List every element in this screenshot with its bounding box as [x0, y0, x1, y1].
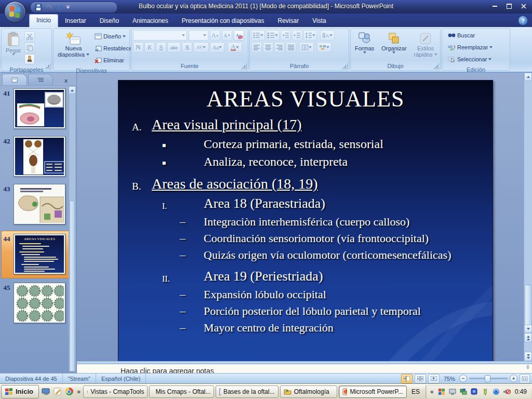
tray-network-update-icon[interactable] [492, 388, 500, 396]
align-center-button[interactable] [263, 42, 273, 52]
scroll-down-icon[interactable] [524, 325, 532, 333]
increase-indent-button[interactable] [292, 30, 302, 41]
underline-button[interactable]: S [156, 42, 166, 52]
slide-thumbnail-42[interactable]: 42 [0, 136, 70, 177]
font-name-combo[interactable] [133, 30, 187, 41]
tray-chevron-icon[interactable]: « [429, 388, 435, 395]
zoom-in-button[interactable]: + [510, 375, 517, 382]
scroll-down-icon[interactable] [526, 367, 529, 369]
format-painter-button[interactable] [24, 54, 35, 64]
find-button[interactable]: Buscar [446, 30, 508, 41]
tab-animaciones[interactable]: Animaciones [126, 15, 175, 27]
scroll-up-icon[interactable] [526, 365, 529, 367]
strikethrough-button[interactable]: abe [167, 42, 181, 52]
scrollbar-thumb[interactable] [70, 201, 75, 371]
replace-button[interactable]: abac Reemplazar [446, 42, 508, 52]
save-icon[interactable] [35, 4, 42, 11]
clear-formatting-button[interactable]: Aa [234, 30, 244, 41]
slide-canvas[interactable]: AREAS VISUALES A. Area visual principal … [118, 80, 493, 362]
minimize-button[interactable] [489, 3, 500, 10]
dibujo-dialog-launcher[interactable] [433, 63, 439, 69]
tab-presentacion[interactable]: Presentación con diapositivas [175, 15, 271, 27]
new-slide-button[interactable]: Nueva diapositiva [55, 30, 92, 65]
taskbar-item-oftalmologia[interactable]: Oftalmología [280, 385, 338, 398]
help-icon[interactable]: ? [518, 16, 528, 25]
slide-thumbnail-45[interactable]: 45 [0, 283, 70, 323]
tray-app-colorful-icon[interactable] [437, 388, 446, 396]
zoom-slider-thumb[interactable] [485, 375, 490, 382]
select-button[interactable]: Seleccionar [446, 54, 508, 64]
tray-display-icon[interactable] [448, 388, 457, 396]
chrome-icon[interactable] [64, 387, 74, 397]
clock[interactable]: 0:49 [514, 388, 527, 395]
zoom-slider[interactable] [469, 378, 508, 379]
character-spacing-button[interactable]: AV [193, 42, 209, 52]
zoom-level[interactable]: 75% [442, 376, 457, 382]
slide-sorter-view-button[interactable] [415, 374, 426, 383]
tab-revisar[interactable]: Revisar [271, 15, 306, 27]
paste-button[interactable]: Pegar [3, 30, 23, 64]
previous-slide-button[interactable] [524, 333, 532, 342]
delete-slide-button[interactable]: Eliminar [93, 55, 136, 65]
scroll-up-icon[interactable] [69, 87, 75, 94]
decrease-indent-button[interactable] [281, 30, 291, 41]
convert-smartart-button[interactable] [317, 42, 331, 52]
text-shadow-button[interactable]: S [182, 42, 192, 52]
undo-icon[interactable] [45, 4, 52, 10]
portapapeles-dialog-launcher[interactable] [45, 63, 50, 69]
justify-button[interactable] [286, 42, 296, 52]
columns-button[interactable] [299, 42, 314, 52]
slide-thumbnail-43[interactable]: 43 [0, 184, 70, 224]
next-slide-button[interactable] [524, 352, 532, 361]
slideshow-view-button[interactable] [428, 374, 440, 383]
taskbar-item-mis-cmaps[interactable]: Mis Cmaps - Oftal... [149, 385, 214, 398]
taskbar-item-powerpoint[interactable]: Microsoft PowerP... [339, 385, 407, 398]
zoom-out-button[interactable]: − [459, 375, 467, 382]
close-button[interactable] [518, 3, 529, 10]
notes-scrollbar[interactable] [524, 365, 531, 373]
shapes-button[interactable]: Formas [352, 30, 377, 61]
bullets-button[interactable] [251, 30, 265, 41]
slide-thumbnail-41[interactable]: 41 [0, 88, 70, 129]
quick-styles-button[interactable]: Estilos rápidos [411, 30, 440, 61]
quick-launch-overflow-icon[interactable]: » [76, 388, 82, 395]
bold-button[interactable]: N [133, 42, 143, 52]
line-spacing-button[interactable] [303, 30, 317, 41]
font-size-combo[interactable] [189, 30, 208, 41]
redo-icon[interactable] [56, 4, 63, 10]
tab-outline-view[interactable] [28, 74, 53, 85]
cut-button[interactable] [24, 31, 35, 42]
numbering-button[interactable] [266, 30, 280, 41]
volume-muted-icon[interactable] [503, 388, 511, 396]
tab-insertar[interactable]: Insertar [58, 15, 93, 27]
arrange-button[interactable]: Organizar [379, 30, 409, 61]
shrink-font-button[interactable]: A▼ [222, 30, 232, 41]
close-panel-icon[interactable]: x [61, 76, 71, 85]
language-indicator[interactable]: ES [408, 388, 423, 395]
qat-customize-button[interactable] [66, 6, 70, 9]
tray-power-plug-icon[interactable] [481, 388, 489, 396]
italic-button[interactable]: K [144, 42, 155, 52]
grow-font-button[interactable]: A▲ [210, 30, 220, 41]
tab-diseno[interactable]: Diseño [93, 15, 126, 27]
taskbar-item-cmaptools-vistas[interactable]: Vistas - CmapTools [83, 385, 148, 398]
text-direction-button[interactable]: A [320, 30, 335, 41]
fuente-dialog-launcher[interactable] [241, 63, 247, 69]
normal-view-button[interactable] [401, 374, 413, 383]
notes-pane[interactable]: Haga clic para agregar notas [77, 364, 532, 373]
tab-inicio[interactable]: Inicio [29, 14, 58, 27]
layout-button[interactable]: Diseño [93, 31, 136, 42]
slide-thumbnail-44[interactable]: 44 AREAS VISUALES [0, 234, 70, 274]
tab-slides-view[interactable] [2, 74, 27, 85]
show-desktop-icon[interactable] [41, 387, 51, 397]
tray-blue-app-icon[interactable] [470, 388, 478, 396]
align-left-button[interactable] [251, 42, 262, 52]
copy-button[interactable] [24, 43, 35, 53]
change-case-button[interactable]: Aa [210, 42, 224, 52]
quick-launch-app-icon[interactable] [52, 387, 63, 397]
main-scrollbar[interactable] [524, 73, 532, 361]
parrafo-dialog-launcher[interactable] [342, 63, 348, 69]
restore-button[interactable] [504, 3, 514, 10]
slides-panel-scrollbar[interactable] [69, 86, 76, 372]
status-language[interactable]: Español (Chile) [96, 374, 146, 383]
